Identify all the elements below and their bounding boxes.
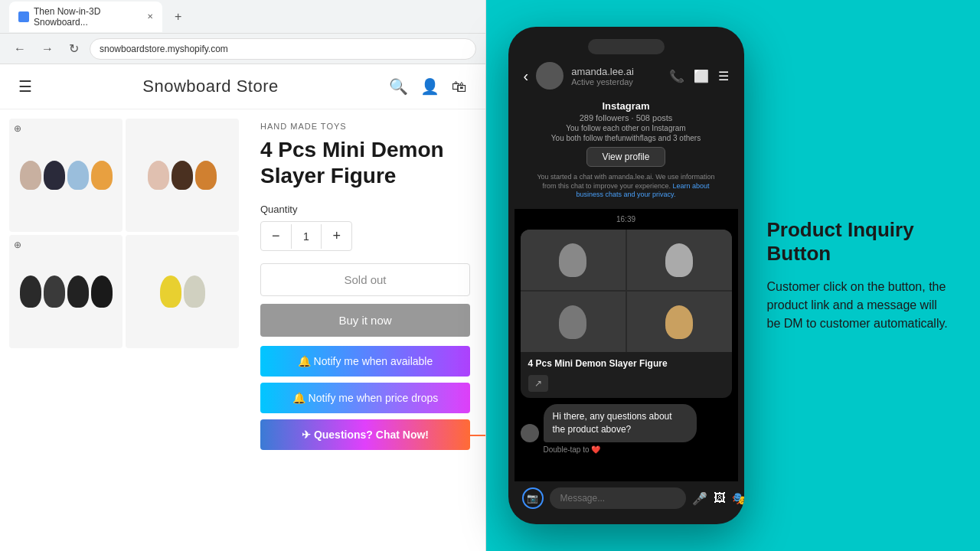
store-name: Snowboard Store (142, 77, 279, 96)
cart-icon[interactable]: 🛍 (452, 78, 467, 96)
product-image-1[interactable]: ⊕ (9, 119, 122, 232)
phone-header-icons: 📞 ⬜ ☰ (669, 69, 729, 83)
tab-favicon (18, 11, 29, 22)
store-content: ☰ Snowboard Store 🔍 👤 🛍 ⊕ (0, 64, 485, 551)
phone-video-icon[interactable]: ⬜ (694, 69, 709, 83)
chat-time: 16:39 (521, 215, 732, 223)
product-name: 4 Pcs Mini Demon Slayer Figure (260, 137, 470, 188)
account-icon[interactable]: 👤 (420, 77, 439, 96)
chat-area[interactable]: 16:39 4 Pcs Mini De (514, 209, 738, 481)
phone-contact-info: amanda.lee.ai Active yesterday (571, 66, 661, 86)
tab-close-btn[interactable]: ✕ (147, 12, 153, 21)
bubble-img-3 (521, 292, 626, 352)
product-image-3[interactable]: ⊕ (9, 235, 122, 348)
dm-message-text: Hi there, any questions about the produc… (544, 404, 697, 442)
product-image-4[interactable] (126, 235, 239, 348)
message-input[interactable] (550, 487, 686, 509)
description-section: Product Inquiry Button Customer click on… (760, 210, 959, 341)
camera-icon: 📷 (527, 493, 538, 504)
phone-call-icon[interactable]: 📞 (669, 69, 684, 83)
ig-mutual: You both follow thefunwithflags and 3 ot… (527, 134, 726, 142)
bubble-img-2 (627, 230, 732, 290)
phone-status-bar (514, 36, 738, 57)
product-category: HAND MADE TOYS (260, 122, 470, 131)
notify-available-button[interactable]: 🔔 Notify me when available (260, 346, 470, 377)
zoom-icon-3: ⊕ (14, 240, 21, 250)
quantity-decrease-btn[interactable]: − (261, 222, 291, 250)
phone-menu-icon[interactable]: ☰ (718, 69, 729, 83)
tab-title: Then Now-in-3D Snowboard... (34, 6, 139, 28)
phone-header: ‹ amanda.lee.ai Active yesterday 📞 ⬜ ☰ (514, 57, 738, 94)
quantity-increase-btn[interactable]: + (322, 222, 351, 250)
search-icon[interactable]: 🔍 (389, 77, 408, 96)
promo-body: Customer click on the button, the produc… (767, 278, 951, 333)
phone-back-btn[interactable]: ‹ (524, 67, 529, 85)
product-images: ⊕ (0, 109, 245, 462)
refresh-btn[interactable]: ↻ (64, 40, 83, 57)
camera-btn[interactable]: 📷 (522, 487, 544, 509)
ig-info: Instagram 289 followers · 508 posts You … (514, 94, 738, 209)
bubble-img-4 (627, 292, 732, 352)
sold-out-label: Sold out (260, 263, 470, 296)
phone-avatar (536, 62, 564, 90)
hamburger-icon[interactable]: ☰ (18, 77, 32, 96)
sticker-icon[interactable]: 🎭 (732, 491, 744, 506)
dm-message-bubble: Hi there, any questions about the produc… (521, 404, 732, 442)
link-box[interactable]: ↗ (528, 375, 548, 392)
view-profile-btn[interactable]: View profile (586, 147, 666, 167)
quantity-label: Quantity (260, 204, 470, 215)
gallery-icon[interactable]: 🖼 (714, 491, 726, 506)
product-details: HAND MADE TOYS 4 Pcs Mini Demon Slayer F… (245, 109, 485, 462)
zoom-icon-1: ⊕ (14, 123, 21, 134)
browser-nav: ← → ↻ (0, 34, 485, 64)
bubble-img-1 (521, 230, 626, 290)
mic-icon[interactable]: 🎤 (692, 491, 707, 506)
right-section: ‹ amanda.lee.ai Active yesterday 📞 ⬜ ☰ I… (486, 0, 980, 551)
browser-chrome: Then Now-in-3D Snowboard... ✕ + (0, 0, 485, 34)
address-bar[interactable] (90, 38, 476, 60)
new-tab-btn[interactable]: + (168, 8, 188, 25)
promo-title: Product Inquiry Button (767, 218, 951, 266)
bubble-product-title: 4 Pcs Mini Demon Slayer Figure (521, 352, 732, 372)
notify-price-button[interactable]: 🔔 Notify me when price drops (260, 383, 470, 413)
back-btn[interactable]: ← (9, 41, 31, 57)
ig-stats: 289 followers · 508 posts (527, 113, 726, 122)
ig-disclaimer: You started a chat with amanda.lee.ai. W… (527, 170, 726, 203)
ig-follow-status: You follow each other on Instagram (527, 124, 726, 132)
product-bubble-images (521, 230, 732, 352)
phone-dynamic-island (588, 39, 665, 54)
phone-contact-name: amanda.lee.ai (571, 66, 661, 77)
store-header: ☰ Snowboard Store 🔍 👤 🛍 (0, 64, 485, 109)
link-icon: ↗ (534, 378, 542, 389)
product-image-2[interactable] (126, 119, 239, 232)
store-header-icons: 🔍 👤 🛍 (389, 77, 467, 96)
product-message-bubble: 4 Pcs Mini Demon Slayer Figure ↗ (521, 230, 732, 398)
buy-now-button[interactable]: Buy it now (260, 304, 470, 337)
phone-status-text: Active yesterday (571, 77, 661, 86)
browser-tab[interactable]: Then Now-in-3D Snowboard... ✕ (9, 2, 162, 32)
bubble-product-link[interactable]: ↗ (521, 372, 732, 398)
quantity-control: − 1 + (260, 221, 352, 251)
browser-section: Then Now-in-3D Snowboard... ✕ + ← → ↻ ☰ … (0, 0, 486, 551)
dm-reaction: Double-tap to ❤️ (521, 445, 732, 454)
quantity-value: 1 (291, 224, 322, 249)
chat-input-bar: 📷 🎤 🖼 🎭 (514, 481, 738, 515)
product-layout: ⊕ (0, 109, 485, 462)
ig-platform-name: Instagram (527, 100, 726, 112)
chat-now-button[interactable]: ✈ Questions? Chat Now! (260, 419, 470, 450)
phone-mockup: ‹ amanda.lee.ai Active yesterday 📞 ⬜ ☰ I… (508, 27, 744, 524)
chat-input-icons: 🎤 🖼 🎭 (692, 491, 744, 506)
dm-sender-avatar (521, 424, 539, 442)
forward-btn[interactable]: → (37, 41, 58, 57)
connector-line (470, 435, 485, 436)
